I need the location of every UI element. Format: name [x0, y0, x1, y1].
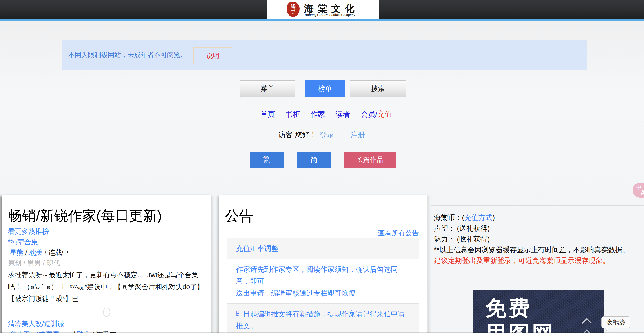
translate-icon: A: [640, 189, 644, 196]
trash-button[interactable]: 废纸篓: [601, 316, 630, 328]
nav-authors[interactable]: 作家: [310, 109, 325, 119]
announcement-item[interactable]: 作家请先到作家专区，阅读作家须知，确认后勾选同意，即可 送出申请，编辑审核通过专…: [227, 259, 419, 304]
register-link[interactable]: 注册: [350, 130, 365, 140]
divider-circle-icon: [103, 308, 110, 317]
tags-line: 原创 / 男男 / 现代: [8, 259, 205, 267]
age-restriction-text: 本网为限制级网站，未成年者不可阅览。: [68, 40, 187, 70]
list-item: 清冷美人改/造训诫: [8, 320, 205, 328]
section-divider: [8, 307, 205, 317]
main-nav: 首页 书柜 作家 读者 会员/充值: [260, 109, 392, 119]
nav-separator: /: [375, 110, 377, 118]
chevron-up-icon: [582, 318, 592, 328]
seal-stamp-icon: 海 棠: [287, 1, 300, 17]
seal-char-2: 棠: [287, 9, 300, 15]
announcements-title: 公告: [225, 208, 421, 224]
relogin-tip: 建议定期登出及重新登录，可避免海棠币显示缓存现象。: [434, 255, 644, 266]
brand-subtitle: Haitang Culture Limited Company: [304, 13, 355, 17]
banner-text-line1: 免费: [485, 296, 604, 320]
announcement-item[interactable]: 即日起编辑推文将有新措施，提现作家请记得来信申请推文。 另外若作品50%以上为剧…: [227, 304, 419, 333]
bestsellers-title: 畅销/新锐作家(每日更新): [8, 208, 205, 224]
collection-link[interactable]: 清冷美人改/造训诫: [8, 320, 64, 328]
greeting-row: 访客 您好！ 登录 注册: [278, 130, 365, 140]
genre-link[interactable]: 耽美: [29, 249, 43, 256]
window-bottom-shadow: [0, 332, 644, 333]
notice-explain-button[interactable]: 说明: [194, 47, 232, 64]
list-item: *纯荤合集: [8, 238, 205, 246]
view-all-announcements-link[interactable]: 查看所有公告: [378, 229, 419, 237]
nav-home[interactable]: 首页: [260, 109, 275, 119]
menu-button[interactable]: 菜单: [240, 80, 295, 97]
greeting-text: 访客 您好！: [278, 130, 316, 140]
scroll-top-button[interactable]: [583, 318, 592, 333]
cache-note: **以上信息会因浏览器缓存显示上有时间差，不影响真实数据。: [434, 245, 644, 255]
announcements-panel: 公告 查看所有公告 充值汇率调整 作家请先到作家专区，阅读作家须知，确认后勾选同…: [219, 195, 428, 333]
author-link[interactable]: 星熊: [10, 249, 24, 256]
charm-line: 魅力： (收礼获得): [434, 234, 644, 245]
status-text: 连载中: [48, 249, 69, 256]
header-bar: 海 棠 海棠文化 Haitang Culture Limited Company: [0, 0, 644, 19]
header-accent-strip: [0, 19, 644, 21]
search-button[interactable]: 搜索: [350, 80, 406, 97]
bestsellers-panel: 畅销/新锐作家(每日更新) 看更多热推榜 *纯荤合集 星熊 / 耽美 / 连载中…: [2, 195, 211, 333]
reputation-line: 声望： (送礼获得): [434, 223, 644, 234]
seal-char-1: 海: [287, 3, 300, 9]
nav-readers[interactable]: 读者: [336, 109, 350, 119]
more-hot-ranking-link[interactable]: 看更多热推榜: [8, 228, 49, 235]
nav-recharge[interactable]: 充值: [377, 110, 392, 118]
announcement-list: 充值汇率调整 作家请先到作家专区，阅读作家须知，确认后勾选同意，即可 送出申请，…: [227, 238, 419, 333]
simplified-chinese-button[interactable]: 简: [297, 152, 331, 168]
age-restriction-notice: 本网为限制级网站，未成年者不可阅览。 说明: [62, 40, 587, 70]
collection-link[interactable]: *纯荤合集: [8, 238, 38, 246]
author-blurb: 求推荐票呀～最近太忙了，更新有点不稳定......twt还是写个合集 吧！ （๑…: [8, 269, 205, 305]
author-line: 星熊 / 耽美 / 连载中: [8, 249, 205, 256]
coin-line: 海棠币：(充值方式): [434, 212, 644, 223]
rank-button[interactable]: 榜单: [305, 80, 345, 97]
nav-member[interactable]: 会员: [361, 110, 375, 118]
traditional-chinese-button[interactable]: 繁: [250, 152, 284, 168]
nav-bookshelf[interactable]: 书柜: [286, 109, 300, 119]
nav-member-recharge: 会员/充值: [361, 109, 392, 119]
login-link[interactable]: 登录: [320, 130, 334, 140]
site-logo[interactable]: 海 棠 海棠文化 Haitang Culture Limited Company: [266, 0, 379, 19]
translate-button[interactable]: 中 A: [632, 183, 644, 198]
recharge-method-link[interactable]: 充值方式: [464, 214, 492, 221]
long-works-button[interactable]: 长篇作品: [344, 152, 396, 168]
announcement-item[interactable]: 充值汇率调整: [227, 238, 419, 259]
